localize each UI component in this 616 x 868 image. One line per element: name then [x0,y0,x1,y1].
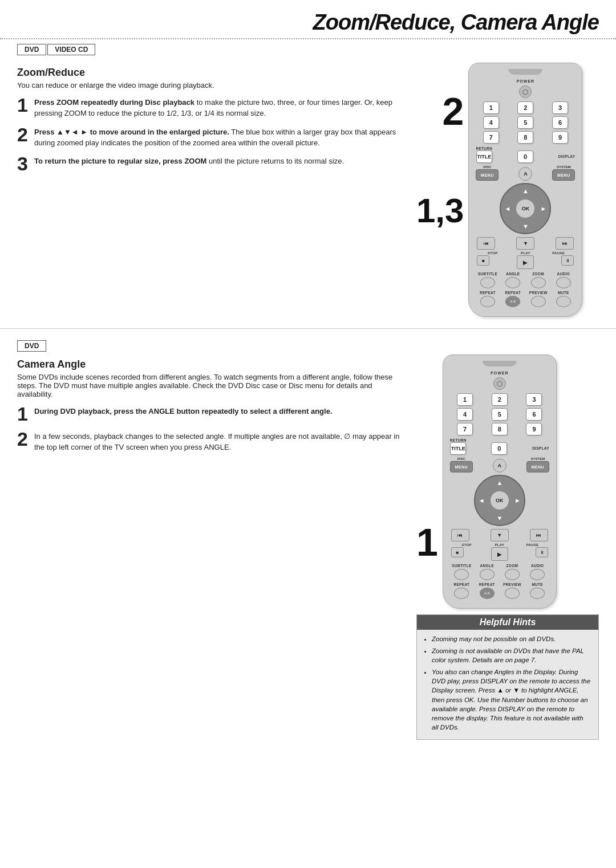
preview-button-b[interactable] [505,588,520,599]
camera-step2-number: 2 [17,429,31,449]
system-label-b: SYSTEM [530,457,545,461]
btn-4[interactable]: 4 [483,116,499,129]
mute-button[interactable] [556,296,571,307]
zoom-reduce-intro: You can reduce or enlarge the video imag… [17,81,405,89]
pause-button[interactable]: ⏸ [561,255,574,266]
btn-8b[interactable]: 8 [492,423,508,435]
zero-button[interactable]: 0 [517,150,533,163]
btn-5b[interactable]: 5 [492,408,508,421]
tab-dvd-camera[interactable]: DVD [17,340,46,352]
repeat-ab-button[interactable]: A-B [505,296,520,307]
dpad-right[interactable]: ► [541,205,547,212]
dpad-down-b[interactable]: ▼ [496,515,502,521]
dpad[interactable]: ▲ ▼ ◄ ► OK [500,183,551,234]
bottom-buttons-b [449,569,550,580]
camera-step2-text: In a few seconds, playback changes to th… [34,429,405,453]
angle-button-b[interactable] [480,569,495,580]
ok-button-b[interactable]: OK [490,491,509,510]
step3-number: 3 [17,154,31,173]
btn-6b[interactable]: 6 [526,408,542,421]
a-button-b[interactable]: A [493,459,506,472]
subtitle-button-b[interactable] [454,569,469,580]
remote-body-top: POWER ◯ 1 2 3 4 5 6 7 8 9 [468,63,582,317]
play-button[interactable]: ▶ [517,255,534,269]
btn-1[interactable]: 1 [483,101,499,114]
btn-5[interactable]: 5 [517,116,533,129]
zoom-label: ZOOM [526,272,550,276]
btn-7b[interactable]: 7 [457,423,473,435]
dpad-left-b[interactable]: ◄ [479,497,485,504]
disc-sys-row: DISC MENU A SYSTEM MENU [475,165,576,181]
btn-2[interactable]: 2 [517,101,533,114]
audio-button-b[interactable] [530,569,545,580]
display-label-b: DISPLAY [532,446,549,450]
power-button-b[interactable]: ◯ [493,377,506,390]
sys-menu-button-b[interactable]: MENU [526,461,549,472]
preview-button[interactable] [531,296,546,307]
mute-button-b[interactable] [530,588,545,599]
repeat-button-b[interactable] [454,588,469,599]
power-button[interactable]: ◯ [519,85,532,98]
btn-2b[interactable]: 2 [492,393,508,406]
btn-8[interactable]: 8 [517,131,533,144]
pause-label-b: PAUSE [517,543,548,547]
return-button[interactable]: TITLE [476,150,492,163]
repeat-button[interactable] [480,296,495,307]
stop-button-b[interactable]: ■ [451,547,464,557]
btn-3b[interactable]: 3 [526,393,542,406]
btn-1b[interactable]: 1 [457,393,473,406]
dpad-b[interactable]: ▲ ▼ ◄ ► OK [474,475,525,526]
next-button-b[interactable]: ⏭ [530,529,548,541]
repeat1-label-b: REPEAT [450,582,473,586]
tab-videocd[interactable]: VIDEO CD [47,44,95,55]
helpful-hints-content: Zooming may not be possible on all DVDs.… [417,630,598,739]
prev-button[interactable]: ⏮ [477,237,495,250]
btn-6[interactable]: 6 [552,116,568,129]
btn-7[interactable]: 7 [483,131,499,144]
disc-menu-button-b[interactable]: MENU [450,461,473,472]
preview-label-b: PREVIEW [500,582,524,586]
repeat-ab-button-b[interactable]: A-B [480,588,495,599]
zero-button-b[interactable]: 0 [491,442,507,455]
ok-button[interactable]: OK [516,199,535,218]
next-button[interactable]: ⏭ [556,237,574,250]
subtitle-label-b: SUBTITLE [450,564,473,568]
subtitle-button[interactable] [480,277,495,288]
return-button-b[interactable]: TITLE [450,442,466,455]
audio-button[interactable] [556,277,571,288]
power-btn-row-b: ◯ [449,377,550,390]
tab-dvd[interactable]: DVD [17,44,46,55]
btn-4b[interactable]: 4 [457,408,473,421]
pause-label: PAUSE [543,251,574,255]
play-button-b[interactable]: ▶ [491,547,508,561]
dpad-left[interactable]: ◄ [504,205,510,212]
disc-menu-button[interactable]: MENU [476,169,499,181]
prev-button-b[interactable]: ⏮ [451,529,469,541]
zoom-reduce-heading: Zoom/Reduce [17,67,405,79]
disc-block: DISC MENU [476,165,499,181]
btn-3[interactable]: 3 [552,101,568,114]
repeat-labels-row-b: REPEAT REPEAT PREVIEW MUTE [449,582,550,586]
sys-menu-button[interactable]: MENU [552,169,575,181]
down-button-b[interactable]: ▼ [491,529,509,541]
top-area: Zoom/Reduce You can reduce or enlarge th… [0,55,616,317]
btn-9b[interactable]: 9 [526,423,542,435]
stop-button[interactable]: ■ [477,255,489,266]
dpad-up[interactable]: ▲ [522,188,529,194]
bottom-right-col: 1 POWER ◯ 1 2 3 4 5 6 [416,352,599,740]
btn-9[interactable]: 9 [552,131,568,144]
camera-step1: 1 During DVD playback, press the ANGLE b… [17,404,405,423]
angle-button[interactable] [505,277,520,288]
dpad-down[interactable]: ▼ [522,223,529,230]
zoom-button-b[interactable] [505,569,520,580]
mute-label: MUTE [552,291,575,295]
down-button[interactable]: ▼ [516,237,534,250]
audio-label: AUDIO [552,272,575,276]
zoom-button[interactable] [531,277,546,288]
power-label-b: POWER [449,371,550,375]
pause-button-b[interactable]: ⏸ [536,547,548,557]
dpad-up-b[interactable]: ▲ [496,479,502,486]
play-label-b: PLAY [484,543,515,547]
a-button[interactable]: A [518,167,532,181]
dpad-right-b[interactable]: ► [514,497,521,504]
